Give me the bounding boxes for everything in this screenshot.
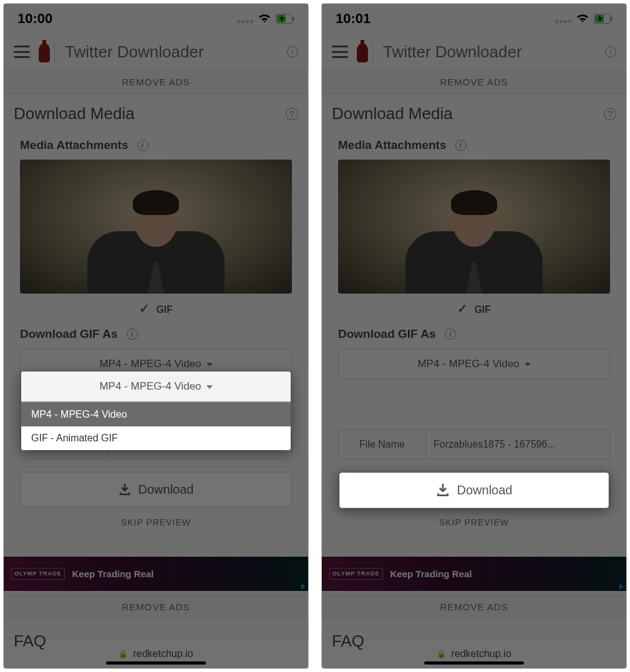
format-select[interactable]: MP4 - MPEG-4 Video bbox=[338, 348, 610, 380]
media-thumbnail[interactable] bbox=[338, 160, 610, 294]
download-button-highlight[interactable]: Download bbox=[339, 473, 609, 508]
chevron-down-icon bbox=[206, 385, 213, 389]
faq-heading: FAQ bbox=[4, 619, 308, 651]
info-icon[interactable]: i bbox=[605, 46, 616, 57]
format-select[interactable]: MP4 - MPEG-4 Video bbox=[21, 372, 291, 403]
menu-icon[interactable] bbox=[14, 46, 30, 58]
app-logo-icon[interactable] bbox=[356, 40, 373, 64]
screenshot-right: 10:01 Twitter Downloader i bbox=[321, 3, 627, 669]
remove-ads-bottom[interactable]: REMOVE ADS bbox=[4, 595, 308, 619]
info-icon[interactable]: i bbox=[445, 329, 456, 340]
app-title: Twitter Downloader bbox=[383, 42, 594, 62]
cellular-icon bbox=[554, 11, 571, 27]
home-indicator bbox=[424, 661, 524, 665]
media-thumbnail[interactable] bbox=[20, 160, 292, 294]
check-icon: ✓ bbox=[457, 302, 468, 315]
format-select-open: MP4 - MPEG-4 Video MP4 - MPEG-4 Video GI… bbox=[21, 372, 291, 450]
download-icon bbox=[119, 484, 131, 496]
app-header: Twitter Downloader i bbox=[322, 34, 626, 70]
faq-heading: FAQ bbox=[322, 619, 626, 651]
status-bar: 10:01 bbox=[322, 4, 626, 34]
section-title: Download Media bbox=[332, 104, 453, 123]
home-indicator bbox=[106, 661, 206, 665]
cellular-icon bbox=[236, 11, 253, 27]
remove-ads-top[interactable]: REMOVE ADS bbox=[4, 70, 308, 94]
filename-row: File Name Forzablues1875 - 167596... bbox=[338, 430, 610, 459]
wifi-icon bbox=[258, 14, 271, 24]
chevron-down-icon bbox=[525, 363, 531, 367]
info-icon[interactable]: i bbox=[287, 46, 298, 57]
media-attachments-label: Media Attachments bbox=[338, 138, 447, 152]
app-title: Twitter Downloader bbox=[65, 42, 276, 62]
download-as-label: Download GIF As bbox=[20, 327, 118, 341]
menu-icon[interactable] bbox=[332, 46, 348, 58]
info-icon[interactable]: i bbox=[455, 140, 467, 151]
app-header: Twitter Downloader i bbox=[4, 34, 308, 70]
section-title: Download Media bbox=[14, 104, 135, 123]
download-as-label: Download GIF As bbox=[338, 327, 436, 341]
media-attachments-label: Media Attachments bbox=[20, 138, 128, 152]
ad-banner[interactable]: OLYMP TRADE Keep Trading Real bbox=[4, 557, 308, 591]
battery-icon bbox=[594, 14, 613, 24]
filename-label: File Name bbox=[339, 430, 426, 459]
help-icon[interactable]: ? bbox=[604, 108, 616, 120]
skip-preview-link[interactable]: SKIP PREVIEW bbox=[338, 507, 610, 534]
gif-badge: GIF bbox=[156, 304, 173, 315]
svg-rect-1 bbox=[293, 17, 294, 21]
help-icon[interactable]: ? bbox=[286, 108, 298, 120]
download-icon bbox=[436, 484, 450, 497]
download-button[interactable]: Download bbox=[20, 472, 292, 507]
filename-input[interactable]: Forzablues1875 - 167596... bbox=[426, 430, 609, 459]
wifi-icon bbox=[576, 14, 589, 24]
format-option-mp4[interactable]: MP4 - MPEG-4 Video bbox=[21, 403, 291, 426]
info-icon[interactable]: i bbox=[127, 329, 138, 340]
format-option-gif[interactable]: GIF - Animated GIF bbox=[21, 426, 291, 450]
status-bar: 10:00 bbox=[4, 4, 308, 34]
screenshot-left: 10:00 Twitter Downloader i bbox=[3, 3, 309, 669]
adchoices-icon[interactable] bbox=[301, 583, 306, 590]
svg-rect-4 bbox=[611, 17, 613, 21]
remove-ads-top[interactable]: REMOVE ADS bbox=[322, 70, 626, 94]
remove-ads-bottom[interactable]: REMOVE ADS bbox=[322, 595, 626, 619]
chevron-down-icon bbox=[206, 363, 213, 367]
check-icon: ✓ bbox=[139, 302, 150, 315]
ad-banner[interactable]: OLYMP TRADE Keep Trading Real bbox=[322, 557, 626, 591]
info-icon[interactable]: i bbox=[137, 140, 148, 151]
app-logo-icon[interactable] bbox=[37, 40, 55, 64]
adchoices-icon[interactable] bbox=[619, 583, 624, 590]
status-time: 10:00 bbox=[17, 11, 52, 27]
skip-preview-link[interactable]: SKIP PREVIEW bbox=[20, 507, 292, 534]
gif-badge: GIF bbox=[474, 304, 491, 315]
status-time: 10:01 bbox=[336, 11, 371, 27]
battery-icon bbox=[276, 14, 294, 24]
